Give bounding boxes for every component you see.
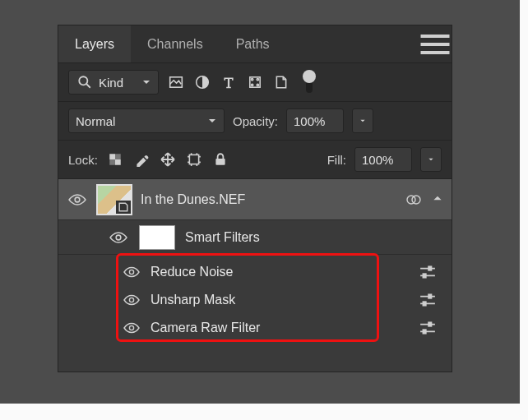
svg-point-21 [129,298,133,302]
svg-point-18 [129,270,133,274]
visibility-eye-icon[interactable] [121,266,142,278]
filter-row-camera-raw[interactable]: Camera Raw Filter [58,314,452,342]
layer-thumbnail[interactable] [96,184,132,215]
svg-point-14 [75,197,80,202]
chevron-down-icon [141,76,151,90]
filter-smartobject-icon[interactable] [272,73,290,91]
opacity-label: Opacity: [233,114,278,128]
lock-all-icon[interactable] [211,150,229,168]
smart-filters-label: Smart Filters [185,230,260,245]
layers-list: In the Dunes.NEF Smart Filters [58,179,452,372]
panel-menu-icon[interactable] [419,28,452,61]
filter-kind-dropdown[interactable]: Kind [68,70,159,95]
smart-filters-mask-thumbnail[interactable] [139,225,175,250]
collapse-chevron-icon[interactable] [432,192,443,207]
filter-name: Camera Raw Filter [151,321,260,335]
svg-point-4 [252,79,253,81]
smart-filters-header[interactable]: Smart Filters [58,220,452,255]
fill-value[interactable]: 100% [354,147,412,172]
svg-rect-23 [423,302,425,305]
tab-paths[interactable]: Paths [220,25,286,62]
fill-dropdown[interactable] [420,147,442,172]
blend-row: Normal Opacity: 100% [58,102,452,141]
search-icon [76,73,94,91]
svg-point-7 [257,84,258,85]
svg-rect-26 [423,330,425,333]
filter-kind-label: Kind [99,76,123,90]
filter-shape-icon[interactable] [246,73,264,91]
blend-mode-value: Normal [76,114,115,128]
visibility-eye-icon[interactable] [67,193,88,206]
svg-rect-13 [215,159,225,165]
layer-filter-row: Kind [58,63,452,102]
filter-name: Reduce Noise [151,265,234,279]
chevron-down-icon [207,114,217,128]
svg-rect-25 [428,322,431,325]
filter-blend-options-icon[interactable] [419,321,443,335]
filter-row-reduce-noise[interactable]: Reduce Noise [58,258,452,286]
lock-position-icon[interactable] [159,150,177,168]
svg-point-16 [412,196,420,204]
filter-toggle[interactable] [299,72,320,93]
lock-transparent-icon[interactable] [106,150,124,168]
filter-blend-options-icon[interactable] [419,293,443,307]
svg-rect-12 [189,155,198,164]
tab-layers[interactable]: Layers [58,25,131,62]
filter-type-icon[interactable] [220,73,238,91]
lock-row: Lock: Fill: 100% [58,141,452,179]
svg-point-5 [257,79,258,81]
svg-rect-22 [428,294,431,298]
smart-object-badge-icon [116,201,131,214]
visibility-eye-icon[interactable] [121,294,142,306]
lock-label: Lock: [68,153,98,167]
opacity-dropdown[interactable] [352,108,373,133]
tab-channels[interactable]: Channels [131,25,220,62]
filter-name: Unsharp Mask [151,293,235,307]
layers-panel: Layers Channels Paths Kind [58,25,452,372]
svg-rect-20 [423,274,425,277]
svg-rect-10 [109,159,115,165]
filter-row-unsharp-mask[interactable]: Unsharp Mask [58,286,452,314]
opacity-value[interactable]: 100% [286,108,344,133]
lock-pixels-icon[interactable] [132,150,151,168]
svg-point-17 [116,235,121,240]
svg-rect-11 [115,154,121,159]
svg-rect-19 [428,266,431,270]
svg-point-24 [129,325,133,330]
filter-blend-options-icon[interactable] [419,265,443,279]
layer-name[interactable]: In the Dunes.NEF [141,192,396,207]
layer-row[interactable]: In the Dunes.NEF [58,179,452,220]
svg-rect-9 [115,159,121,165]
svg-point-0 [79,76,87,85]
svg-point-6 [252,84,253,85]
filter-pixel-icon[interactable] [167,73,185,91]
fill-label: Fill: [327,153,346,167]
filter-adjustment-icon[interactable] [193,73,211,91]
lock-artboard-icon[interactable] [185,150,203,168]
svg-rect-8 [109,154,115,159]
visibility-eye-icon[interactable] [108,231,129,244]
visibility-eye-icon[interactable] [121,322,142,334]
blend-mode-dropdown[interactable]: Normal [68,108,225,133]
layer-link-icon[interactable] [404,190,424,210]
panel-tabs: Layers Channels Paths [58,25,452,63]
